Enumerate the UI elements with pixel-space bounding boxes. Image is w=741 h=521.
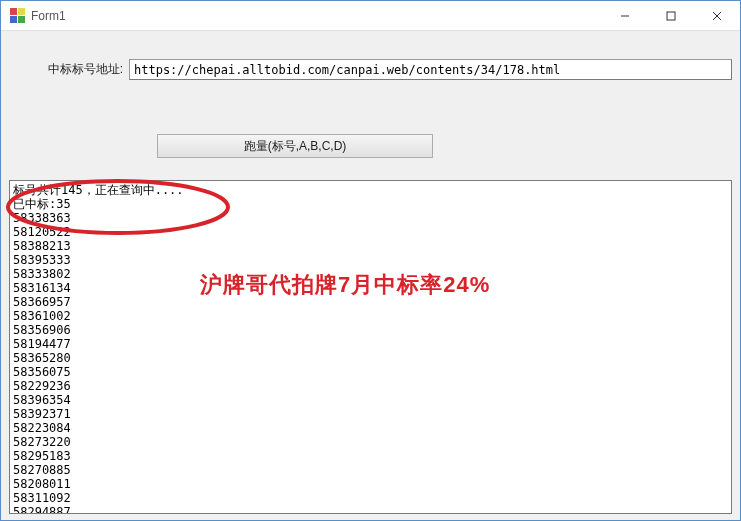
run-button[interactable]: 跑量(标号,A,B,C,D) xyxy=(157,134,433,158)
client-area: 中标标号地址: 跑量(标号,A,B,C,D) xyxy=(1,31,740,520)
address-label: 中标标号地址: xyxy=(9,61,129,78)
maximize-button[interactable] xyxy=(648,1,694,30)
output-textarea[interactable] xyxy=(9,180,732,514)
titlebar: Form1 xyxy=(1,1,740,31)
close-icon xyxy=(712,11,722,21)
app-window: Form1 中标标号地址: 跑量(标号,A,B,C,D) xyxy=(0,0,741,521)
output-container xyxy=(9,180,732,514)
close-button[interactable] xyxy=(694,1,740,30)
maximize-icon xyxy=(666,11,676,21)
window-title: Form1 xyxy=(31,9,602,23)
app-icon xyxy=(9,8,25,24)
minimize-button[interactable] xyxy=(602,1,648,30)
svg-rect-1 xyxy=(667,12,675,20)
window-system-buttons xyxy=(602,1,740,30)
minimize-icon xyxy=(620,11,630,21)
button-row: 跑量(标号,A,B,C,D) xyxy=(9,134,732,158)
address-row: 中标标号地址: xyxy=(9,59,732,80)
url-input[interactable] xyxy=(129,59,732,80)
